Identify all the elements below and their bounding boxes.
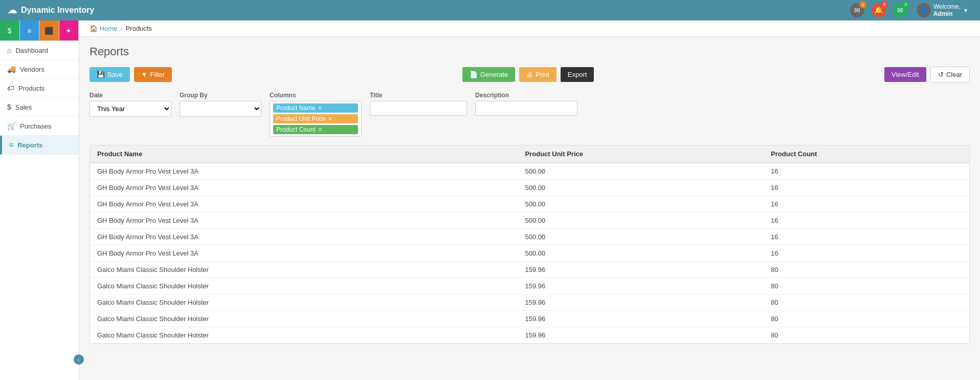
- td-product-unit-price: 159.96: [518, 327, 764, 344]
- td-product-unit-price: 159.96: [518, 278, 764, 294]
- sidebar-item-dashboard[interactable]: ⌂ Dashboard: [0, 41, 79, 60]
- viewedit-button[interactable]: View/Edit: [884, 67, 926, 82]
- tag-product-unit-price-close[interactable]: ✕: [328, 116, 332, 122]
- user-menu[interactable]: 👤 Welcome, Admin ▼: [912, 1, 972, 19]
- table-row: Galco Miami Classic Shoulder Holster 159…: [90, 311, 969, 327]
- description-input[interactable]: [475, 101, 577, 116]
- welcome-label: Welcome,: [933, 3, 961, 10]
- td-product-count: 16: [764, 180, 969, 196]
- tag-product-unit-price[interactable]: Product Unit Price ✕: [273, 114, 358, 123]
- data-table-wrapper: Product Name Product Unit Price Product …: [90, 145, 970, 344]
- breadcrumb-home[interactable]: 🏠 Home: [90, 25, 117, 32]
- email-nav-button[interactable]: ✉ 1: [848, 1, 866, 19]
- sidebar-icon-bar: $ ≡ ⬛ ✦: [0, 20, 79, 41]
- print-icon: 🖨: [526, 71, 533, 78]
- email-badge: 1: [859, 1, 866, 8]
- td-product-unit-price: 500.00: [518, 196, 764, 213]
- td-product-count: 16: [764, 213, 969, 229]
- td-product-name: GH Body Armor Pro Vest Level 3A: [90, 196, 518, 213]
- main-layout: $ ≡ ⬛ ✦ ⌂ Dashboard 🚚 Vendors 🏷 Products…: [0, 20, 980, 380]
- date-filter-group: Date This Year Last Year This Month Last…: [90, 92, 171, 117]
- groupby-filter-select[interactable]: Product Name Product Unit Price: [180, 101, 261, 117]
- save-icon: 💾: [97, 71, 105, 78]
- td-product-name: Galco Miami Classic Shoulder Holster: [90, 311, 518, 327]
- top-navbar: ☁ Dynamic Inventory ✉ 1 🔔 8 ✉ 0 👤 Welcom…: [0, 0, 980, 20]
- table-row: GH Body Armor Pro Vest Level 3A 500.00 1…: [90, 163, 969, 180]
- td-product-unit-price: 500.00: [518, 213, 764, 229]
- table-row: Galco Miami Classic Shoulder Holster 159…: [90, 327, 969, 344]
- app-title: Dynamic Inventory: [21, 6, 94, 15]
- tag-product-name-close[interactable]: ✕: [318, 105, 322, 112]
- td-product-name: Galco Miami Classic Shoulder Holster: [90, 262, 518, 278]
- td-product-name: GH Body Armor Pro Vest Level 3A: [90, 229, 518, 245]
- th-product-count: Product Count: [764, 145, 969, 163]
- description-filter-group: Description: [475, 92, 577, 116]
- export-label: Export: [568, 71, 587, 78]
- table-header-row: Product Name Product Unit Price Product …: [90, 145, 969, 163]
- table-row: GH Body Armor Pro Vest Level 3A 500.00 1…: [90, 245, 969, 262]
- purchases-icon: 🛒: [7, 122, 16, 130]
- sales-icon: $: [7, 103, 11, 111]
- title-filter-group: Title: [370, 92, 467, 116]
- sidebar-item-products[interactable]: 🏷 Products: [0, 79, 79, 98]
- sidebar-box-button[interactable]: ⬛: [39, 20, 59, 40]
- user-greeting: Welcome, Admin: [933, 3, 961, 17]
- data-table: Product Name Product Unit Price Product …: [90, 145, 969, 344]
- generate-label: Generate: [480, 71, 508, 78]
- sidebar-item-label: Sales: [15, 103, 32, 111]
- table-row: GH Body Armor Pro Vest Level 3A 500.00 1…: [90, 196, 969, 213]
- content-area: 🏠 Home › Products Reports 💾 Save ▼ Filte…: [79, 20, 980, 380]
- td-product-unit-price: 159.96: [518, 262, 764, 278]
- sidebar-item-reports[interactable]: ≡ Reports: [0, 136, 79, 155]
- sidebar-collapse-button[interactable]: ‹: [74, 354, 84, 365]
- filter-icon: ▼: [141, 71, 148, 78]
- sidebar-share-button[interactable]: ✦: [59, 20, 79, 40]
- table-row: Galco Miami Classic Shoulder Holster 159…: [90, 294, 969, 311]
- tag-product-name[interactable]: Product Name ✕: [273, 103, 358, 113]
- generate-button[interactable]: 📄 Generate: [462, 67, 515, 82]
- td-product-name: Galco Miami Classic Shoulder Holster: [90, 294, 518, 311]
- sidebar-item-vendors[interactable]: 🚚 Vendors: [0, 60, 79, 79]
- avatar: 👤: [917, 3, 931, 17]
- columns-filter-group: Columns Product Name ✕ Product Unit Pric…: [270, 92, 362, 137]
- save-button[interactable]: 💾 Save: [90, 67, 130, 82]
- table-row: GH Body Armor Pro Vest Level 3A 500.00 1…: [90, 180, 969, 196]
- title-input[interactable]: [370, 101, 467, 116]
- sidebar-list-button[interactable]: ≡: [20, 20, 40, 40]
- th-product-unit-price: Product Unit Price: [518, 145, 764, 163]
- columns-tags-container[interactable]: Product Name ✕ Product Unit Price ✕ Prod…: [270, 101, 362, 137]
- filter-button[interactable]: ▼ Filter: [134, 67, 172, 82]
- envelope-nav-button[interactable]: ✉ 0: [891, 1, 909, 19]
- print-button[interactable]: 🖨 Print: [519, 67, 556, 82]
- td-product-count: 80: [764, 327, 969, 344]
- td-product-unit-price: 500.00: [518, 180, 764, 196]
- td-product-count: 80: [764, 311, 969, 327]
- tag-product-count-close[interactable]: ✕: [318, 126, 322, 133]
- td-product-count: 16: [764, 245, 969, 262]
- date-filter-select[interactable]: This Year Last Year This Month Last Mont…: [90, 101, 171, 117]
- title-filter-label: Title: [370, 92, 467, 99]
- page-title: Reports: [90, 45, 970, 58]
- tag-product-count[interactable]: Product Count ✕: [273, 125, 358, 134]
- print-label: Print: [536, 71, 549, 78]
- sidebar-item-purchases[interactable]: 🛒 Purchases: [0, 117, 79, 136]
- breadcrumb-separator: ›: [120, 25, 122, 32]
- viewedit-label: View/Edit: [892, 71, 919, 78]
- export-button[interactable]: Export: [561, 67, 594, 82]
- breadcrumb: 🏠 Home › Products: [79, 20, 980, 37]
- td-product-count: 80: [764, 278, 969, 294]
- td-product-name: GH Body Armor Pro Vest Level 3A: [90, 213, 518, 229]
- td-product-count: 16: [764, 196, 969, 213]
- cloud-icon: ☁: [8, 5, 17, 16]
- sidebar-item-sales[interactable]: $ Sales: [0, 98, 79, 117]
- clear-button[interactable]: ↺ Clear: [930, 67, 970, 82]
- toolbar: 💾 Save ▼ Filter 📄 Generate 🖨 Print E: [90, 67, 970, 82]
- bell-nav-button[interactable]: 🔔 8: [870, 1, 888, 19]
- th-product-name: Product Name: [90, 145, 518, 163]
- td-product-unit-price: 500.00: [518, 245, 764, 262]
- description-filter-label: Description: [475, 92, 577, 99]
- save-label: Save: [107, 71, 123, 78]
- table-row: GH Body Armor Pro Vest Level 3A 500.00 1…: [90, 229, 969, 245]
- sidebar-dollar-button[interactable]: $: [0, 20, 20, 40]
- sidebar-nav: ⌂ Dashboard 🚚 Vendors 🏷 Products $ Sales…: [0, 41, 79, 380]
